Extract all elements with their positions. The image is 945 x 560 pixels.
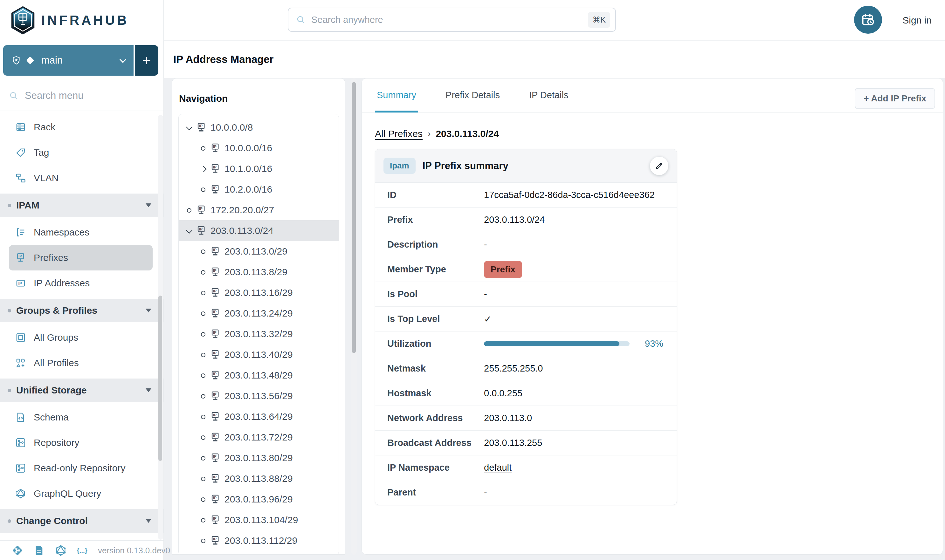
sign-in-button[interactable]: Sign in xyxy=(902,0,932,41)
tree-row[interactable]: 10.0.0.0/16 xyxy=(179,138,339,158)
footer-icon-button[interactable] xyxy=(33,545,45,557)
tree-row[interactable]: 203.0.113.104/29 xyxy=(179,509,339,530)
prefix-icon xyxy=(210,349,220,360)
sidebar-item[interactable]: Groups & Profiles xyxy=(0,299,163,322)
sidebar-item[interactable]: All Groups xyxy=(9,325,153,350)
tree-row[interactable]: 203.0.113.72/29 xyxy=(179,427,339,448)
sidebar-item[interactable]: IPAM xyxy=(0,194,163,217)
add-ip-prefix-button[interactable]: + Add IP Prefix xyxy=(855,88,935,109)
sidebar-scrollbar[interactable] xyxy=(158,115,163,540)
edit-button[interactable] xyxy=(650,157,668,175)
tree-row[interactable]: 203.0.113.96/29 xyxy=(179,489,339,509)
field-label: ID xyxy=(387,190,484,200)
tree-marker-icon[interactable] xyxy=(199,330,207,338)
tree-row[interactable]: 203.0.113.88/29 xyxy=(179,468,339,489)
sidebar-item-label: Repository xyxy=(34,437,79,448)
navigation-scrollbar-thumb[interactable] xyxy=(352,82,356,353)
sidebar-item[interactable]: Unified Storage xyxy=(0,378,163,402)
tree-row[interactable]: 203.0.113.48/29 xyxy=(179,365,339,386)
navigation-scrollbar[interactable] xyxy=(351,78,357,555)
sidebar-item[interactable]: Rack xyxy=(9,114,153,140)
prefix-icon xyxy=(210,535,220,546)
time-travel-button[interactable] xyxy=(854,6,882,34)
branch-selector-main[interactable]: main xyxy=(3,45,134,75)
tree-marker-icon[interactable] xyxy=(199,185,207,194)
tree-marker-icon[interactable] xyxy=(199,247,207,255)
rack-icon xyxy=(15,122,26,132)
footer-icon-button[interactable] xyxy=(11,545,23,557)
tree-row[interactable]: 10.0.0.0/8 xyxy=(179,117,339,138)
tree-marker-icon[interactable] xyxy=(199,516,207,524)
graphql-icon xyxy=(55,545,67,557)
sidebar-item-label: Prefixes xyxy=(34,252,68,263)
tree-row[interactable]: 203.0.113.8/29 xyxy=(179,262,339,282)
breadcrumb-all-prefixes-link[interactable]: All Prefixes xyxy=(375,128,422,139)
tree-item-label: 203.0.113.88/29 xyxy=(225,473,293,484)
tree-marker-icon[interactable] xyxy=(199,454,207,462)
tree-row[interactable]: 203.0.113.0/24 xyxy=(179,220,339,241)
tree-row[interactable]: 203.0.113.24/29 xyxy=(179,303,339,323)
sidebar-item-label: Groups & Profiles xyxy=(16,305,97,316)
tab[interactable]: Prefix Details xyxy=(444,78,502,112)
sidebar-item[interactable]: All Profiles xyxy=(9,350,153,376)
tree-marker-icon[interactable] xyxy=(199,371,207,380)
tab[interactable]: Summary xyxy=(375,78,418,112)
content-area: Navigation 10.0.0.0/8 10.0.0.0/16 xyxy=(164,78,945,560)
tree-row[interactable]: 203.0.113.56/29 xyxy=(179,386,339,406)
tree-item-label: 10.0.0.0/16 xyxy=(225,143,272,154)
tree-marker-icon[interactable] xyxy=(199,289,207,297)
tree-row[interactable]: 203.0.113.0/29 xyxy=(179,241,339,262)
sidebar-item[interactable]: Read-only Repository xyxy=(9,455,153,481)
tree-marker-icon[interactable] xyxy=(199,268,207,276)
tree-marker-icon[interactable] xyxy=(185,206,193,214)
tree-marker-icon[interactable] xyxy=(199,165,207,173)
sidebar-item[interactable]: VLAN xyxy=(9,165,153,191)
tree-marker-icon[interactable] xyxy=(199,144,207,152)
global-search-input[interactable] xyxy=(311,15,582,25)
create-branch-button[interactable]: + xyxy=(134,45,158,75)
tab[interactable]: IP Details xyxy=(527,78,570,112)
app-logo[interactable]: INFRAHUB xyxy=(9,6,129,35)
branch-selector[interactable]: main + xyxy=(3,45,158,75)
tree-row[interactable]: 203.0.113.80/29 xyxy=(179,448,339,468)
sidebar-item[interactable]: Repository xyxy=(9,430,153,455)
tree-marker-icon[interactable] xyxy=(199,412,207,421)
sidebar-item[interactable]: Prefixes xyxy=(9,245,153,271)
tree-row[interactable]: 203.0.113.112/29 xyxy=(179,530,339,551)
sidebar-item[interactable]: Change Control xyxy=(0,509,163,533)
tree-row[interactable]: 203.0.113.32/29 xyxy=(179,323,339,344)
tree-row[interactable]: 203.0.113.120/29 xyxy=(179,551,339,555)
tree-row[interactable]: 10.1.0.0/16 xyxy=(179,158,339,179)
tree-marker-icon[interactable] xyxy=(185,123,193,132)
summary-row: Description - - - - xyxy=(375,232,677,257)
tree-row[interactable]: 203.0.113.16/29 xyxy=(179,282,339,303)
tree-marker-icon[interactable] xyxy=(199,495,207,503)
tree-row[interactable]: 203.0.113.40/29 xyxy=(179,344,339,365)
tree-marker-icon[interactable] xyxy=(185,227,193,235)
tree-marker-icon[interactable] xyxy=(199,474,207,483)
tree-row[interactable]: 172.20.20.0/27 xyxy=(179,200,339,220)
tree-row[interactable]: 203.0.113.64/29 xyxy=(179,406,339,427)
sidebar-search[interactable] xyxy=(0,81,163,111)
footer-icon-button[interactable] xyxy=(55,545,67,557)
tree-marker-icon[interactable] xyxy=(199,537,207,545)
sidebar-search-input[interactable] xyxy=(25,90,146,102)
prefix-icon xyxy=(210,287,220,298)
tree-marker-icon[interactable] xyxy=(199,433,207,442)
field-label: IP Namespace xyxy=(387,462,484,473)
tree-marker-icon[interactable] xyxy=(199,309,207,317)
tree-row[interactable]: 10.2.0.0/16 xyxy=(179,179,339,200)
chevron-down-icon xyxy=(120,56,126,63)
sidebar-scrollbar-thumb[interactable] xyxy=(158,295,162,461)
tree-marker-icon[interactable] xyxy=(199,392,207,400)
tree-marker-icon[interactable] xyxy=(199,351,207,359)
sidebar-item[interactable]: Tag xyxy=(9,140,153,165)
sidebar-item[interactable]: Namespaces xyxy=(9,220,153,245)
global-search[interactable]: ⌘K xyxy=(288,8,616,32)
sidebar-item[interactable]: GraphQL Query xyxy=(9,481,153,506)
tree-item-label: 203.0.113.40/29 xyxy=(225,349,293,360)
field-value-link[interactable]: default xyxy=(484,462,512,473)
footer-icon-button[interactable] xyxy=(76,545,88,557)
sidebar-item[interactable]: IP Addresses xyxy=(9,271,153,296)
sidebar-item[interactable]: Schema xyxy=(9,405,153,430)
